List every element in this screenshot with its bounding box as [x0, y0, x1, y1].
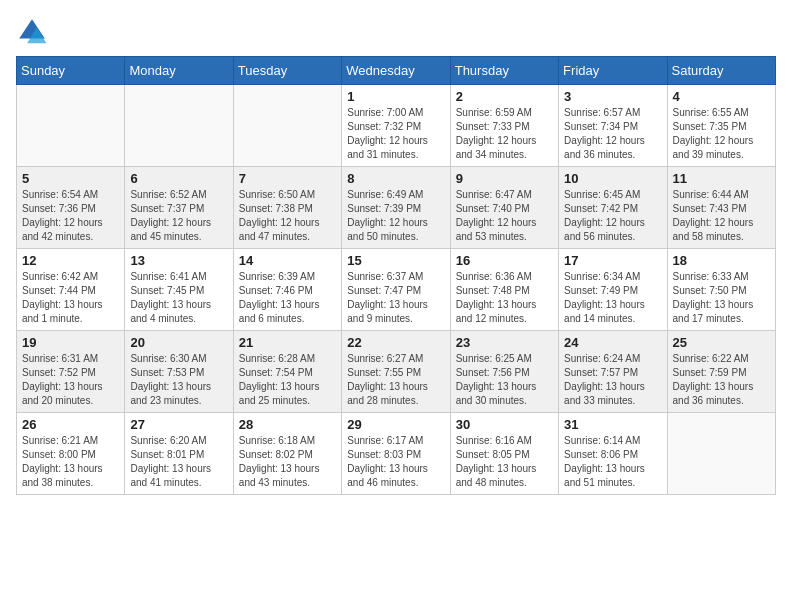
calendar-cell: 14Sunrise: 6:39 AM Sunset: 7:46 PM Dayli… [233, 249, 341, 331]
calendar: SundayMondayTuesdayWednesdayThursdayFrid… [16, 56, 776, 495]
calendar-cell: 29Sunrise: 6:17 AM Sunset: 8:03 PM Dayli… [342, 413, 450, 495]
calendar-cell: 15Sunrise: 6:37 AM Sunset: 7:47 PM Dayli… [342, 249, 450, 331]
day-number: 23 [456, 335, 553, 350]
day-info: Sunrise: 6:14 AM Sunset: 8:06 PM Dayligh… [564, 434, 661, 490]
day-info: Sunrise: 6:59 AM Sunset: 7:33 PM Dayligh… [456, 106, 553, 162]
calendar-cell: 2Sunrise: 6:59 AM Sunset: 7:33 PM Daylig… [450, 85, 558, 167]
day-number: 25 [673, 335, 770, 350]
calendar-cell [233, 85, 341, 167]
day-number: 16 [456, 253, 553, 268]
day-number: 27 [130, 417, 227, 432]
day-info: Sunrise: 6:25 AM Sunset: 7:56 PM Dayligh… [456, 352, 553, 408]
calendar-cell: 16Sunrise: 6:36 AM Sunset: 7:48 PM Dayli… [450, 249, 558, 331]
calendar-cell: 3Sunrise: 6:57 AM Sunset: 7:34 PM Daylig… [559, 85, 667, 167]
calendar-cell: 30Sunrise: 6:16 AM Sunset: 8:05 PM Dayli… [450, 413, 558, 495]
day-number: 31 [564, 417, 661, 432]
calendar-cell: 13Sunrise: 6:41 AM Sunset: 7:45 PM Dayli… [125, 249, 233, 331]
calendar-cell: 1Sunrise: 7:00 AM Sunset: 7:32 PM Daylig… [342, 85, 450, 167]
day-number: 13 [130, 253, 227, 268]
day-info: Sunrise: 6:34 AM Sunset: 7:49 PM Dayligh… [564, 270, 661, 326]
day-info: Sunrise: 6:45 AM Sunset: 7:42 PM Dayligh… [564, 188, 661, 244]
day-number: 8 [347, 171, 444, 186]
calendar-cell: 21Sunrise: 6:28 AM Sunset: 7:54 PM Dayli… [233, 331, 341, 413]
day-info: Sunrise: 6:55 AM Sunset: 7:35 PM Dayligh… [673, 106, 770, 162]
day-number: 21 [239, 335, 336, 350]
header [16, 16, 776, 48]
weekday-header: Tuesday [233, 57, 341, 85]
day-number: 19 [22, 335, 119, 350]
weekday-header: Thursday [450, 57, 558, 85]
day-info: Sunrise: 6:44 AM Sunset: 7:43 PM Dayligh… [673, 188, 770, 244]
calendar-week-row: 19Sunrise: 6:31 AM Sunset: 7:52 PM Dayli… [17, 331, 776, 413]
day-info: Sunrise: 6:42 AM Sunset: 7:44 PM Dayligh… [22, 270, 119, 326]
calendar-cell [17, 85, 125, 167]
day-info: Sunrise: 6:36 AM Sunset: 7:48 PM Dayligh… [456, 270, 553, 326]
calendar-cell: 10Sunrise: 6:45 AM Sunset: 7:42 PM Dayli… [559, 167, 667, 249]
day-info: Sunrise: 7:00 AM Sunset: 7:32 PM Dayligh… [347, 106, 444, 162]
day-number: 4 [673, 89, 770, 104]
day-number: 12 [22, 253, 119, 268]
day-number: 28 [239, 417, 336, 432]
calendar-cell: 20Sunrise: 6:30 AM Sunset: 7:53 PM Dayli… [125, 331, 233, 413]
calendar-cell [125, 85, 233, 167]
weekday-header: Friday [559, 57, 667, 85]
calendar-cell: 9Sunrise: 6:47 AM Sunset: 7:40 PM Daylig… [450, 167, 558, 249]
day-info: Sunrise: 6:37 AM Sunset: 7:47 PM Dayligh… [347, 270, 444, 326]
day-info: Sunrise: 6:57 AM Sunset: 7:34 PM Dayligh… [564, 106, 661, 162]
day-info: Sunrise: 6:39 AM Sunset: 7:46 PM Dayligh… [239, 270, 336, 326]
calendar-cell: 19Sunrise: 6:31 AM Sunset: 7:52 PM Dayli… [17, 331, 125, 413]
day-info: Sunrise: 6:27 AM Sunset: 7:55 PM Dayligh… [347, 352, 444, 408]
day-number: 6 [130, 171, 227, 186]
day-number: 14 [239, 253, 336, 268]
calendar-cell: 27Sunrise: 6:20 AM Sunset: 8:01 PM Dayli… [125, 413, 233, 495]
day-info: Sunrise: 6:20 AM Sunset: 8:01 PM Dayligh… [130, 434, 227, 490]
calendar-cell: 4Sunrise: 6:55 AM Sunset: 7:35 PM Daylig… [667, 85, 775, 167]
calendar-week-row: 12Sunrise: 6:42 AM Sunset: 7:44 PM Dayli… [17, 249, 776, 331]
calendar-cell: 31Sunrise: 6:14 AM Sunset: 8:06 PM Dayli… [559, 413, 667, 495]
calendar-header-row: SundayMondayTuesdayWednesdayThursdayFrid… [17, 57, 776, 85]
calendar-week-row: 1Sunrise: 7:00 AM Sunset: 7:32 PM Daylig… [17, 85, 776, 167]
day-info: Sunrise: 6:49 AM Sunset: 7:39 PM Dayligh… [347, 188, 444, 244]
calendar-cell: 11Sunrise: 6:44 AM Sunset: 7:43 PM Dayli… [667, 167, 775, 249]
day-info: Sunrise: 6:18 AM Sunset: 8:02 PM Dayligh… [239, 434, 336, 490]
day-number: 9 [456, 171, 553, 186]
day-info: Sunrise: 6:24 AM Sunset: 7:57 PM Dayligh… [564, 352, 661, 408]
day-number: 22 [347, 335, 444, 350]
day-info: Sunrise: 6:28 AM Sunset: 7:54 PM Dayligh… [239, 352, 336, 408]
weekday-header: Sunday [17, 57, 125, 85]
day-number: 1 [347, 89, 444, 104]
day-info: Sunrise: 6:31 AM Sunset: 7:52 PM Dayligh… [22, 352, 119, 408]
day-number: 17 [564, 253, 661, 268]
day-number: 24 [564, 335, 661, 350]
calendar-cell [667, 413, 775, 495]
day-number: 15 [347, 253, 444, 268]
calendar-cell: 23Sunrise: 6:25 AM Sunset: 7:56 PM Dayli… [450, 331, 558, 413]
day-info: Sunrise: 6:22 AM Sunset: 7:59 PM Dayligh… [673, 352, 770, 408]
day-info: Sunrise: 6:17 AM Sunset: 8:03 PM Dayligh… [347, 434, 444, 490]
day-number: 26 [22, 417, 119, 432]
calendar-cell: 7Sunrise: 6:50 AM Sunset: 7:38 PM Daylig… [233, 167, 341, 249]
calendar-cell: 22Sunrise: 6:27 AM Sunset: 7:55 PM Dayli… [342, 331, 450, 413]
day-number: 10 [564, 171, 661, 186]
day-info: Sunrise: 6:30 AM Sunset: 7:53 PM Dayligh… [130, 352, 227, 408]
day-number: 11 [673, 171, 770, 186]
calendar-cell: 17Sunrise: 6:34 AM Sunset: 7:49 PM Dayli… [559, 249, 667, 331]
day-number: 5 [22, 171, 119, 186]
day-info: Sunrise: 6:50 AM Sunset: 7:38 PM Dayligh… [239, 188, 336, 244]
calendar-cell: 8Sunrise: 6:49 AM Sunset: 7:39 PM Daylig… [342, 167, 450, 249]
weekday-header: Wednesday [342, 57, 450, 85]
day-info: Sunrise: 6:52 AM Sunset: 7:37 PM Dayligh… [130, 188, 227, 244]
calendar-cell: 5Sunrise: 6:54 AM Sunset: 7:36 PM Daylig… [17, 167, 125, 249]
calendar-week-row: 5Sunrise: 6:54 AM Sunset: 7:36 PM Daylig… [17, 167, 776, 249]
day-number: 30 [456, 417, 553, 432]
weekday-header: Monday [125, 57, 233, 85]
day-number: 7 [239, 171, 336, 186]
day-info: Sunrise: 6:54 AM Sunset: 7:36 PM Dayligh… [22, 188, 119, 244]
calendar-cell: 25Sunrise: 6:22 AM Sunset: 7:59 PM Dayli… [667, 331, 775, 413]
day-info: Sunrise: 6:33 AM Sunset: 7:50 PM Dayligh… [673, 270, 770, 326]
calendar-cell: 6Sunrise: 6:52 AM Sunset: 7:37 PM Daylig… [125, 167, 233, 249]
day-info: Sunrise: 6:16 AM Sunset: 8:05 PM Dayligh… [456, 434, 553, 490]
day-number: 18 [673, 253, 770, 268]
calendar-cell: 28Sunrise: 6:18 AM Sunset: 8:02 PM Dayli… [233, 413, 341, 495]
day-number: 2 [456, 89, 553, 104]
